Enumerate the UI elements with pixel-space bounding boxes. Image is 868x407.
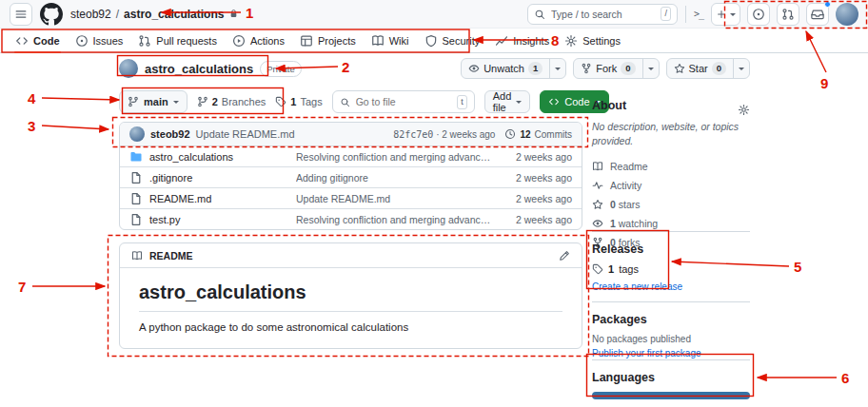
table-icon [300,34,313,48]
commit-author[interactable]: steob92 [150,128,190,140]
star-button[interactable]: Star0 [666,58,750,79]
create-release-link[interactable]: Create a new release [592,281,750,292]
tab-actions[interactable]: Actions [225,29,292,52]
unwatch-button[interactable]: Unwatch1 [461,58,566,79]
caret-down-icon [648,68,654,73]
tags-link[interactable]: 1Tags [275,96,322,107]
tab-insights[interactable]: Insights [487,29,557,52]
create-new-button[interactable] [711,3,740,26]
global-header: steob92 / astro_calculations Type / to s… [0,0,868,29]
file-name[interactable]: astro_calculations [149,151,233,163]
latest-commit-bar: steob92 Update README.md 82fc7e0 · 2 wee… [120,123,582,145]
table-row[interactable]: .gitignore Adding gitignore 2 weeks ago [120,166,582,187]
table-row[interactable]: astro_calculations Resolving confliction… [120,145,582,166]
commit-author-avatar[interactable] [129,126,145,142]
star-count: 0 [712,62,726,75]
file-commit-message[interactable]: Resolving confliction and merging advanc… [296,151,505,163]
file-icon [129,171,143,184]
shield-icon [424,34,438,48]
file-table: steob92 Update README.md 82fc7e0 · 2 wee… [119,122,582,230]
global-search-input[interactable]: Type / to search / [527,4,678,25]
tag-icon [275,96,286,107]
star-icon [592,199,603,210]
unwatch-dropdown[interactable] [549,59,565,78]
go-to-file-input[interactable] [356,96,451,107]
readme-panel: README astro_calculations A python packa… [119,242,582,349]
add-file-button[interactable]: Add file [484,90,531,113]
file-commit-message[interactable]: Resolving confliction and merging advanc… [296,214,505,225]
releases-title: Releases [592,242,750,256]
branches-link[interactable]: 2Branches [197,96,266,107]
file-icon [129,213,143,226]
file-name[interactable]: .gitignore [149,172,192,184]
readme-description: A python package to do some astronomical… [139,321,562,333]
search-icon [340,97,350,107]
page-title[interactable]: astro_calculations [145,62,253,76]
tab-code[interactable]: Code [8,29,68,52]
file-commit-date: 2 weeks ago [505,193,572,204]
file-browser-column: main 2Branches 1Tags t [119,89,582,349]
file-name[interactable]: test.py [149,214,180,225]
tab-pull-requests[interactable]: Pull requests [130,29,225,52]
star-dropdown[interactable] [733,59,749,78]
repo-nav: Code Issues Pull requests Actions Projec… [0,29,868,53]
table-row[interactable]: README.md Update README.md 2 weeks ago [120,187,582,208]
fork-button[interactable]: Fork0 [573,58,659,79]
sidebar-item-stars[interactable]: 0 stars [592,195,750,214]
issues-header-button[interactable] [747,3,770,26]
eye-icon [468,63,480,74]
code-icon [15,34,29,48]
branch-icon [128,96,139,107]
header-actions [711,3,858,26]
commit-meta: 82fc7e0 · 2 weeks ago 12Commits [393,128,572,140]
go-to-file-search[interactable]: t [332,90,475,113]
tab-wiki[interactable]: Wiki [364,29,417,52]
sidebar-item-readme[interactable]: Readme [592,157,750,176]
hamburger-icon [14,8,28,21]
hamburger-menu-button[interactable] [10,3,32,26]
commit-history-link[interactable]: 12Commits [504,128,572,140]
annotation-label-4: 4 [28,91,35,106]
languages-title: Languages [592,371,750,384]
visibility-badge: Private [260,61,302,77]
plus-icon [716,9,727,20]
tab-issues[interactable]: Issues [68,29,131,52]
file-commit-message[interactable]: Update README.md [296,193,505,204]
command-palette-icon[interactable]: >_ [694,9,703,19]
commit-sha-time[interactable]: 82fc7e0 · 2 weeks ago [393,129,495,140]
book-icon [371,34,385,48]
file-commit-date: 2 weeks ago [505,172,572,184]
sidebar-item-activity[interactable]: Activity [592,176,750,195]
tab-projects[interactable]: Projects [292,29,364,52]
releases-tags-link[interactable]: 1tags [592,263,750,275]
pull-requests-header-button[interactable] [777,3,799,26]
edit-readme-button[interactable] [559,250,570,262]
caret-down-icon [730,13,736,19]
table-row[interactable]: test.py Resolving confliction and mergin… [120,208,582,229]
packages-empty-text: No packages published [592,334,750,344]
search-icon [534,9,545,20]
commit-message[interactable]: Update README.md [196,128,295,140]
publish-package-link[interactable]: Publish your first package [592,348,701,359]
breadcrumb: steob92 / astro_calculations [70,8,239,21]
breadcrumb-owner[interactable]: steob92 [70,8,111,21]
header-divider [685,6,686,23]
readme-tab[interactable]: README [149,250,193,262]
sidebar-divider [592,231,750,232]
repo-owner-avatar[interactable] [119,59,138,78]
breadcrumb-repo[interactable]: astro_calculations [124,8,224,21]
github-logo-icon[interactable] [40,3,63,26]
file-commit-message[interactable]: Adding gitignore [296,172,505,184]
tab-security[interactable]: Security [417,29,488,52]
sidebar-divider [592,359,750,360]
user-avatar[interactable] [836,3,858,26]
folder-icon [129,150,143,164]
inbox-button[interactable] [806,3,829,26]
file-name[interactable]: README.md [149,193,211,204]
language-bar[interactable] [592,392,750,399]
branch-selector-button[interactable]: main [119,90,187,113]
fork-icon [581,63,592,74]
fork-dropdown[interactable] [642,59,659,78]
about-settings-gear-icon[interactable] [738,104,750,116]
tab-settings[interactable]: Settings [557,29,628,52]
